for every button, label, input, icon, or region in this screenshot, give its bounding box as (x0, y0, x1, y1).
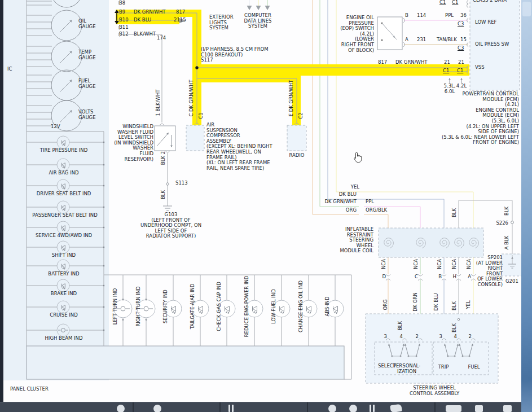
label-v12: 12V (51, 124, 60, 130)
pause-bars-icon[interactable] (228, 405, 230, 412)
label-b9-color: DK GRN/WHT (134, 10, 166, 15)
label-ind-tire: TIRE PRESSURE IND (40, 148, 87, 154)
label-ind-driver: DRIVER SEAT BELT IND (37, 191, 91, 197)
scrollbar[interactable] (521, 0, 532, 412)
label-gauge-oil: OIL GAUGE (78, 19, 96, 29)
label-c1t1: C1 (439, 0, 446, 6)
label-class2: CLASS 2 DATA (473, 0, 507, 3)
label-c1b: C1 (457, 68, 463, 74)
label-b12: B12 (119, 32, 129, 37)
label-v-ind-right: RIGHT TURN IND (136, 286, 142, 326)
label-v-ind-left: LEFT TURN IND (113, 288, 118, 325)
label-nca-a: NCA (467, 259, 472, 269)
label-radio: RADIO (289, 153, 304, 159)
app-window: ICOIL GAUGETEMP GAUGEFUEL GAUGEVOLTS GAU… (0, 0, 532, 412)
label-ind-service: SERVICE 4WD/AWD IND (36, 233, 92, 239)
label-vss: VSS (475, 65, 485, 71)
fit-bars-icon[interactable] (370, 405, 371, 412)
label-v-blk: BLK (161, 190, 166, 199)
label-ind-highbeam: HIGH BEAM IND (45, 336, 82, 341)
label-v-ind-sec: SECURITY IND (163, 290, 169, 323)
label-pin-b: B (405, 13, 408, 19)
label-b12-color: BLK/WHT (134, 32, 156, 37)
label-pcm: POWERTRAIN CONTROL MODULE (PCM) (4.2L) E… (442, 91, 519, 146)
label-orgblk: ORG/BLK (366, 208, 387, 213)
label-p36: 36 (460, 13, 467, 19)
pause-bars-icon[interactable] (232, 405, 234, 412)
page-icon-1[interactable] (475, 405, 483, 412)
label-eng42: 4.2L (456, 84, 467, 89)
label-dkblu: DK BLU (339, 192, 357, 198)
label-pn3a: 3 (384, 334, 387, 340)
label-pin-a2: A (468, 274, 471, 280)
label-b11: B11 (119, 25, 129, 30)
label-b10-color: DK BLU (134, 17, 151, 23)
taskbar-divider (307, 402, 308, 412)
label-v-ind-fuel: LOW FUEL IND (271, 289, 277, 324)
label-v-dkblu2: DK BLU (434, 293, 439, 310)
label-v-org2: ORG (383, 299, 389, 310)
label-ext-lights: EXTERIOR LIGHTS SYSTEM (209, 15, 234, 31)
zoom-out-icon[interactable] (328, 405, 336, 412)
label-v-blk2b: BLK (452, 301, 458, 310)
label-eop: ENGINE OIL PRESSURE (EOP) SWITCH (4.2L) … (340, 15, 374, 53)
pages-icon[interactable] (446, 405, 461, 412)
label-b10: B10 (119, 17, 129, 23)
label-s117: (I/P HARNESS, 8.5 CM FROM C100 BREAKOUT)… (201, 47, 269, 63)
label-ind-airbag: AIR BAG IND (49, 170, 78, 176)
label-yel: YEL (351, 185, 359, 190)
label-c1a: C1 (443, 68, 449, 74)
label-c2115: 2115 (174, 17, 186, 23)
label-steering: STEERING WHEEL CONTROL ASSEMBLY (410, 385, 459, 396)
label-coil: INFLATABLE RESTRAINT STEERING WHEEL MODU… (340, 227, 373, 254)
label-nca-d: NCA (381, 259, 387, 269)
label-person: PERSONAL- IZATION (393, 363, 420, 374)
label-pin-b2: B (438, 274, 442, 280)
taskbar-divider (133, 402, 134, 412)
label-c817b: 817 (378, 60, 387, 65)
label-washer: WINDSHIELD WASHER FLUID LEVEL SWITCH (IN… (114, 124, 153, 162)
label-p15: 15 (460, 37, 467, 43)
label-v-blk4a: BLK (398, 321, 403, 330)
round-icon-2[interactable] (153, 405, 161, 412)
label-nca-c: NCA (414, 259, 419, 269)
label-ic: IC (7, 67, 12, 72)
label-b8: B8 (119, 1, 125, 6)
zoom-in-icon[interactable] (349, 405, 357, 412)
label-pn2a: 2 (416, 334, 419, 340)
taskbar-divider (434, 402, 436, 412)
label-c174: 174 (157, 36, 166, 41)
label-ind-shift: SHIFT IND (52, 253, 76, 258)
label-ind-brake: BRAKE IND (51, 291, 77, 297)
pan-arrow-icon[interactable] (390, 404, 402, 412)
label-v-blk-s: BLK (504, 207, 510, 216)
label-s226: S226 (496, 221, 508, 226)
scrollbar-thumb[interactable] (522, 2, 531, 16)
label-v-ind-gas: CHECK GAS CAP IND (217, 282, 222, 331)
label-dkgrnwht2: DK GRN/WHT (324, 199, 357, 205)
label-pin-a: A (405, 37, 408, 43)
label-s113: S113 (175, 181, 188, 186)
label-trip: TRIP (438, 365, 449, 370)
label-tanblk: TAN/BLK (437, 37, 457, 43)
label-air-susp: AIR SUSPENSION COMPRESSOR ASSEMBLY (EXCE… (206, 122, 272, 171)
label-c817: 817 (176, 10, 185, 15)
label-ppl-lbl: PPL (445, 13, 454, 19)
label-c3b: C3 (458, 46, 464, 51)
label-c1t2: C1 (452, 0, 458, 6)
label-ppl2: PPL (366, 199, 374, 205)
label-pn3b: 3 (439, 334, 442, 340)
label-v-blk-c: BLK (452, 208, 458, 217)
label-gauge-temp: TEMP GAUGE (78, 50, 96, 60)
label-pin-c: C (415, 274, 418, 280)
page-icon-2[interactable] (503, 405, 512, 412)
label-low-ref: LOW REF (475, 20, 496, 25)
label-v-a-blk: A BLK (504, 236, 510, 250)
label-ind-cruise: CRUISE IND (50, 313, 77, 318)
left-window-edge (0, 0, 3, 402)
round-icon-1[interactable] (117, 405, 125, 412)
label-pn4a: 4 (400, 334, 403, 340)
label-v-ind-abs: ABS IND (325, 296, 331, 316)
fit-bars-icon[interactable] (373, 405, 375, 412)
label-pin-h: H (453, 274, 456, 280)
